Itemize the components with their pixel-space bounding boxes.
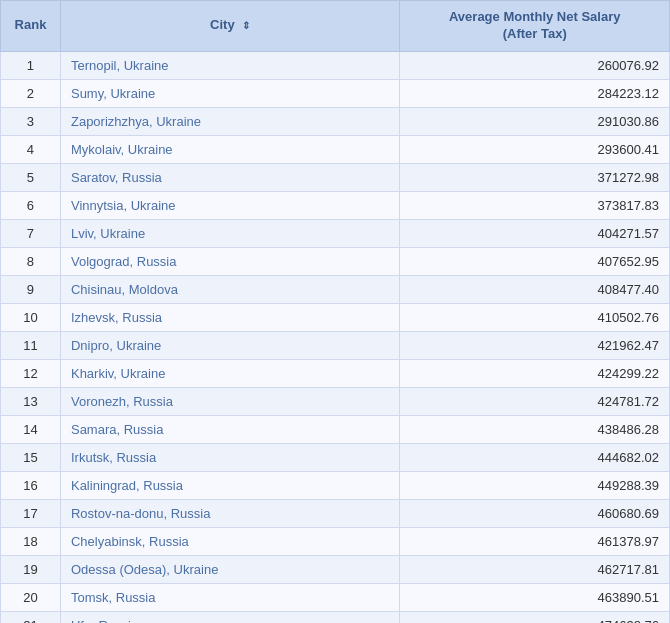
city-cell[interactable]: Voronezh, Russia xyxy=(60,387,399,415)
city-cell[interactable]: Mykolaiv, Ukraine xyxy=(60,135,399,163)
city-cell[interactable]: Izhevsk, Russia xyxy=(60,303,399,331)
table-row: 20Tomsk, Russia463890.51 xyxy=(1,583,670,611)
salary-cell: 460680.69 xyxy=(400,499,670,527)
rank-cell: 21 xyxy=(1,611,61,623)
city-cell[interactable]: Odessa (Odesa), Ukraine xyxy=(60,555,399,583)
rank-cell: 9 xyxy=(1,275,61,303)
salary-cell: 474638.76 xyxy=(400,611,670,623)
rank-cell: 4 xyxy=(1,135,61,163)
table-row: 9Chisinau, Moldova408477.40 xyxy=(1,275,670,303)
salary-cell: 291030.86 xyxy=(400,107,670,135)
rank-cell: 1 xyxy=(1,51,61,79)
salary-cell: 284223.12 xyxy=(400,79,670,107)
salary-cell: 438486.28 xyxy=(400,415,670,443)
salary-cell: 449288.39 xyxy=(400,471,670,499)
salary-cell: 444682.02 xyxy=(400,443,670,471)
table-row: 14Samara, Russia438486.28 xyxy=(1,415,670,443)
rank-cell: 18 xyxy=(1,527,61,555)
city-cell[interactable]: Ternopil, Ukraine xyxy=(60,51,399,79)
rank-cell: 13 xyxy=(1,387,61,415)
rank-cell: 12 xyxy=(1,359,61,387)
city-cell[interactable]: Chisinau, Moldova xyxy=(60,275,399,303)
salary-cell: 260076.92 xyxy=(400,51,670,79)
city-cell[interactable]: Dnipro, Ukraine xyxy=(60,331,399,359)
table-row: 15Irkutsk, Russia444682.02 xyxy=(1,443,670,471)
rank-cell: 7 xyxy=(1,219,61,247)
table-row: 11Dnipro, Ukraine421962.47 xyxy=(1,331,670,359)
sort-icon: ⇕ xyxy=(242,19,250,32)
salary-cell: 424299.22 xyxy=(400,359,670,387)
rank-cell: 15 xyxy=(1,443,61,471)
city-cell[interactable]: Sumy, Ukraine xyxy=(60,79,399,107)
table-row: 19Odessa (Odesa), Ukraine462717.81 xyxy=(1,555,670,583)
salary-cell: 421962.47 xyxy=(400,331,670,359)
salary-cell: 371272.98 xyxy=(400,163,670,191)
city-cell[interactable]: Tomsk, Russia xyxy=(60,583,399,611)
table-row: 16Kaliningrad, Russia449288.39 xyxy=(1,471,670,499)
city-cell[interactable]: Lviv, Ukraine xyxy=(60,219,399,247)
salary-cell: 461378.97 xyxy=(400,527,670,555)
table-row: 5Saratov, Russia371272.98 xyxy=(1,163,670,191)
city-cell[interactable]: Kharkiv, Ukraine xyxy=(60,359,399,387)
rank-cell: 5 xyxy=(1,163,61,191)
table-row: 3Zaporizhzhya, Ukraine291030.86 xyxy=(1,107,670,135)
salary-header: Average Monthly Net Salary(After Tax) xyxy=(400,1,670,52)
city-header[interactable]: City ⇕ xyxy=(60,1,399,52)
rank-cell: 8 xyxy=(1,247,61,275)
city-cell[interactable]: Ufa, Russia xyxy=(60,611,399,623)
salary-cell: 404271.57 xyxy=(400,219,670,247)
city-cell[interactable]: Volgograd, Russia xyxy=(60,247,399,275)
rank-cell: 6 xyxy=(1,191,61,219)
rank-cell: 3 xyxy=(1,107,61,135)
rank-cell: 17 xyxy=(1,499,61,527)
city-cell[interactable]: Rostov-na-donu, Russia xyxy=(60,499,399,527)
rank-cell: 10 xyxy=(1,303,61,331)
table-row: 21Ufa, Russia474638.76 xyxy=(1,611,670,623)
salary-cell: 407652.95 xyxy=(400,247,670,275)
rank-cell: 2 xyxy=(1,79,61,107)
table-row: 1Ternopil, Ukraine260076.92 xyxy=(1,51,670,79)
salary-table: Rank City ⇕ Average Monthly Net Salary(A… xyxy=(0,0,670,623)
rank-header: Rank xyxy=(1,1,61,52)
rank-cell: 14 xyxy=(1,415,61,443)
table-row: 10Izhevsk, Russia410502.76 xyxy=(1,303,670,331)
table-row: 18Chelyabinsk, Russia461378.97 xyxy=(1,527,670,555)
rank-cell: 20 xyxy=(1,583,61,611)
city-cell[interactable]: Vinnytsia, Ukraine xyxy=(60,191,399,219)
table-row: 7Lviv, Ukraine404271.57 xyxy=(1,219,670,247)
city-cell[interactable]: Zaporizhzhya, Ukraine xyxy=(60,107,399,135)
table-row: 6Vinnytsia, Ukraine373817.83 xyxy=(1,191,670,219)
table-row: 2Sumy, Ukraine284223.12 xyxy=(1,79,670,107)
rank-cell: 16 xyxy=(1,471,61,499)
salary-cell: 424781.72 xyxy=(400,387,670,415)
rank-cell: 11 xyxy=(1,331,61,359)
city-cell[interactable]: Saratov, Russia xyxy=(60,163,399,191)
city-cell[interactable]: Kaliningrad, Russia xyxy=(60,471,399,499)
salary-cell: 462717.81 xyxy=(400,555,670,583)
salary-cell: 293600.41 xyxy=(400,135,670,163)
city-cell[interactable]: Samara, Russia xyxy=(60,415,399,443)
table-row: 12Kharkiv, Ukraine424299.22 xyxy=(1,359,670,387)
salary-cell: 463890.51 xyxy=(400,583,670,611)
city-cell[interactable]: Chelyabinsk, Russia xyxy=(60,527,399,555)
table-row: 13Voronezh, Russia424781.72 xyxy=(1,387,670,415)
salary-cell: 408477.40 xyxy=(400,275,670,303)
table-row: 4Mykolaiv, Ukraine293600.41 xyxy=(1,135,670,163)
table-row: 17Rostov-na-donu, Russia460680.69 xyxy=(1,499,670,527)
city-cell[interactable]: Irkutsk, Russia xyxy=(60,443,399,471)
rank-cell: 19 xyxy=(1,555,61,583)
salary-cell: 410502.76 xyxy=(400,303,670,331)
table-row: 8Volgograd, Russia407652.95 xyxy=(1,247,670,275)
salary-cell: 373817.83 xyxy=(400,191,670,219)
